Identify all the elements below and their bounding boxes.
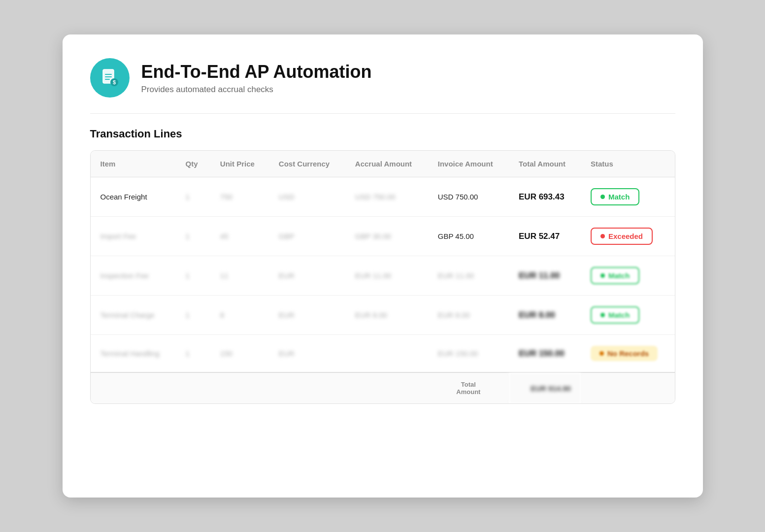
table-row: Inspection Fee111EUREUR 11.00EUR 11.00EU…	[91, 256, 675, 296]
main-card: $ End-To-End AP Automation Provides auto…	[63, 34, 703, 498]
header-text: End-To-End AP Automation Provides automa…	[141, 61, 372, 94]
section-title: Transaction Lines	[90, 128, 675, 140]
status-label: No Records	[607, 349, 649, 358]
status-badge-cell: Exceeded	[581, 217, 675, 256]
col-cost-currency: Cost Currency	[269, 151, 345, 177]
app-subtitle: Provides automated accrual checks	[141, 85, 372, 95]
status-badge: Exceeded	[591, 228, 653, 245]
table-row: Ocean Freight1750USDUSD 750.00USD 750.00…	[91, 177, 675, 217]
col-qty: Qty	[176, 151, 210, 177]
transaction-table: Item Qty Unit Price Cost Currency Accrua…	[91, 151, 675, 403]
col-item: Item	[91, 151, 176, 177]
status-badge: Match	[591, 267, 639, 284]
status-badge: Match	[591, 306, 639, 324]
status-label: Exceeded	[608, 232, 643, 240]
status-badge-cell: Match	[581, 177, 675, 217]
table-row: Import Fee145GBPGBP 30.00GBP 45.00EUR 52…	[91, 217, 675, 256]
table-footer: Total Amount EUR 914.90	[91, 372, 675, 403]
status-label: Match	[608, 193, 630, 201]
footer-status-empty	[581, 372, 675, 403]
status-badge: No Records	[591, 346, 658, 361]
table-body: Ocean Freight1750USDUSD 750.00USD 750.00…	[91, 177, 675, 373]
footer-label: Total Amount	[428, 372, 509, 403]
logo-icon: $	[100, 67, 120, 88]
app-logo: $	[90, 58, 130, 98]
status-badge: Match	[591, 188, 639, 205]
footer-value: EUR 914.90	[509, 372, 581, 403]
table-row: Terminal Handling1150EUREUR 150.00EUR 15…	[91, 335, 675, 373]
col-status: Status	[581, 151, 675, 177]
status-badge-cell: Match	[581, 256, 675, 296]
col-accrual-amount: Accrual Amount	[345, 151, 428, 177]
header-divider	[90, 113, 675, 114]
transaction-table-container: Item Qty Unit Price Cost Currency Accrua…	[90, 150, 675, 404]
svg-text:$: $	[112, 79, 115, 85]
col-unit-price: Unit Price	[210, 151, 269, 177]
status-badge-cell: Match	[581, 296, 675, 335]
col-invoice-amount: Invoice Amount	[428, 151, 509, 177]
app-title: End-To-End AP Automation	[141, 61, 372, 82]
table-header: Item Qty Unit Price Cost Currency Accrua…	[91, 151, 675, 177]
footer-empty	[91, 372, 428, 403]
status-label: Match	[608, 271, 630, 280]
app-header: $ End-To-End AP Automation Provides auto…	[90, 58, 675, 98]
col-total-amount: Total Amount	[509, 151, 581, 177]
table-row: Terminal Charge18EUREUR 8.00EUR 8.00EUR …	[91, 296, 675, 335]
status-label: Match	[608, 311, 630, 319]
status-badge-cell: No Records	[581, 335, 675, 373]
